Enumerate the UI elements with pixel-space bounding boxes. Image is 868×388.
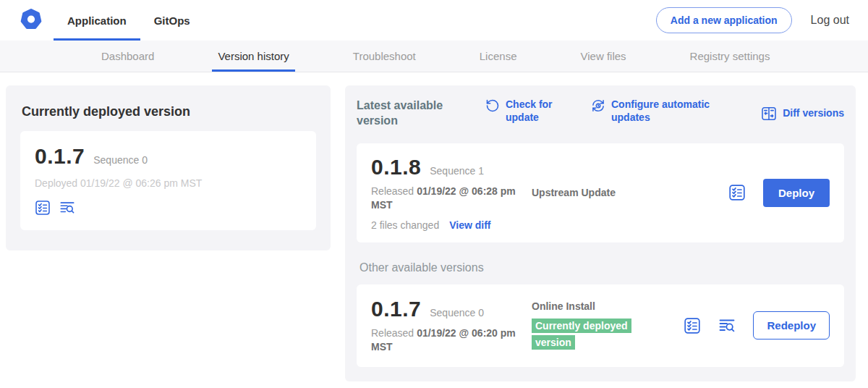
- deployed-timestamp: Deployed 01/19/22 @ 06:26 pm MST: [35, 177, 302, 189]
- view-config-button[interactable]: [35, 200, 51, 216]
- diff-icon: [761, 106, 777, 122]
- currently-deployed-badge-wrap: Currently deployed version: [532, 318, 642, 350]
- currently-deployed-panel: Currently deployed version 0.1.7 Sequenc…: [6, 85, 331, 250]
- other-version-source: Online Install: [532, 300, 684, 312]
- subnav-dashboard[interactable]: Dashboard: [95, 41, 160, 72]
- configure-automatic-updates-label: Configure automatic updates: [611, 98, 720, 124]
- latest-version-row: 0.1.8 Sequence 1: [371, 155, 524, 180]
- other-version-number: 0.1.7: [371, 297, 421, 321]
- subnav-version-history[interactable]: Version history: [212, 41, 294, 72]
- deployed-sequence: Sequence 0: [93, 154, 148, 166]
- available-panel-header: Latest available version Check for updat…: [357, 98, 844, 129]
- check-for-update-label: Check for update: [506, 98, 562, 124]
- other-version-actions: Redeploy: [684, 311, 830, 340]
- deploy-button[interactable]: Deploy: [763, 179, 830, 207]
- refresh-ccw-icon: [485, 98, 500, 113]
- add-application-button[interactable]: Add a new application: [656, 7, 792, 33]
- checklist-icon: [728, 184, 746, 201]
- other-released-line: Released01/19/22 @ 06:20 pm MST: [371, 326, 524, 355]
- subnav-view-files[interactable]: View files: [574, 41, 631, 72]
- refresh-clock-icon: [591, 98, 605, 113]
- deployed-actions: [35, 200, 302, 216]
- logs-search-icon: [59, 200, 75, 216]
- subnav-troubleshoot[interactable]: Troubleshoot: [347, 41, 422, 72]
- other-view-config-button[interactable]: [684, 317, 701, 334]
- header-right: Add a new application Log out: [656, 0, 868, 41]
- deployed-panel-title: Currently deployed version: [22, 104, 316, 119]
- other-version-card: 0.1.7 Sequence 0 Released01/19/22 @ 06:2…: [357, 284, 844, 367]
- checklist-icon: [684, 317, 701, 334]
- subnav-license[interactable]: License: [474, 41, 523, 72]
- latest-version-info: 0.1.8 Sequence 1 Released01/19/22 @ 06:2…: [371, 155, 524, 231]
- redeploy-button[interactable]: Redeploy: [753, 311, 830, 340]
- deployed-version-number: 0.1.7: [35, 144, 85, 169]
- view-deploy-logs-button[interactable]: [59, 200, 75, 216]
- diff-versions-action[interactable]: Diff versions: [761, 106, 844, 122]
- other-version-source-col: Online Install Currently deployed versio…: [532, 300, 684, 350]
- other-version-row: 0.1.7 Sequence 0: [371, 297, 524, 321]
- latest-released-line: Released01/19/22 @ 06:28 pm MST: [371, 185, 524, 213]
- deployed-version-row: 0.1.7 Sequence 0: [35, 144, 302, 169]
- other-version-info: 0.1.7 Sequence 0 Released01/19/22 @ 06:2…: [371, 297, 524, 355]
- latest-sequence: Sequence 1: [430, 165, 484, 177]
- checklist-icon: [35, 200, 51, 216]
- app-subnav: Dashboard Version history Troubleshoot L…: [0, 41, 868, 72]
- latest-view-config-button[interactable]: [728, 184, 746, 201]
- latest-version-number: 0.1.8: [371, 155, 421, 180]
- logout-link[interactable]: Log out: [811, 14, 849, 27]
- other-versions-title: Other available versions: [359, 261, 844, 274]
- currently-deployed-badge: Currently deployed version: [532, 319, 631, 349]
- released-label: Released: [371, 185, 414, 197]
- latest-version-source: Upstream Update: [532, 187, 728, 198]
- app-logo[interactable]: [0, 0, 54, 41]
- available-versions-panel: Latest available version Check for updat…: [345, 85, 856, 381]
- tab-gitops[interactable]: GitOps: [140, 0, 204, 41]
- logs-search-icon: [718, 317, 736, 334]
- header-tabs: Application GitOps: [54, 0, 204, 41]
- subnav-registry-settings[interactable]: Registry settings: [684, 41, 776, 72]
- view-diff-link[interactable]: View diff: [449, 219, 490, 231]
- configure-automatic-updates-action[interactable]: Configure automatic updates: [591, 98, 720, 124]
- released-label: Released: [371, 327, 414, 339]
- tab-application[interactable]: Application: [54, 0, 140, 41]
- files-changed-text: 2 files changed: [371, 219, 439, 231]
- deployed-version-card: 0.1.7 Sequence 0 Deployed 01/19/22 @ 06:…: [20, 131, 316, 230]
- latest-version-actions: Deploy: [728, 179, 830, 207]
- latest-available-title: Latest available version: [357, 98, 452, 129]
- diff-versions-label: Diff versions: [783, 107, 844, 120]
- check-for-update-action[interactable]: Check for update: [485, 98, 562, 124]
- other-view-deploy-logs-button[interactable]: [718, 317, 736, 334]
- app-logo-icon: [19, 8, 43, 33]
- other-sequence: Sequence 0: [430, 307, 484, 319]
- latest-files-row: 2 files changed View diff: [371, 219, 524, 231]
- latest-version-card: 0.1.8 Sequence 1 Released01/19/22 @ 06:2…: [357, 143, 844, 242]
- top-header: Application GitOps Add a new application…: [0, 0, 868, 41]
- main-content: Currently deployed version 0.1.7 Sequenc…: [0, 72, 868, 381]
